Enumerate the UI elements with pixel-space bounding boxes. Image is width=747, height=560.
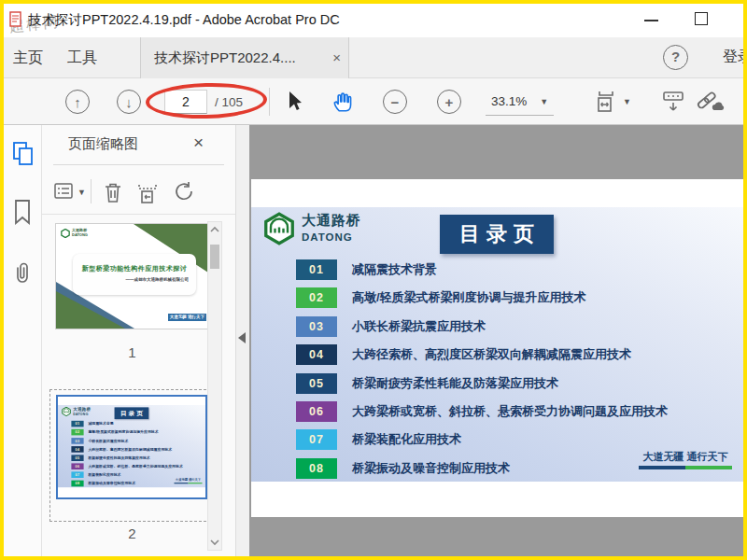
panel-close-icon[interactable]: × [193, 133, 204, 153]
plus-icon: + [437, 90, 461, 114]
minimize-button[interactable] [644, 20, 658, 21]
datong-logo-icon [62, 407, 72, 417]
toc-item: 08桥梁振动及噪音控制应用技术 [71, 481, 182, 487]
toc-item-number: 03 [296, 316, 337, 337]
previous-page-button[interactable]: ↑ [65, 78, 90, 125]
toc-item-number: 04 [296, 344, 337, 365]
scroll-up-icon [210, 226, 219, 233]
thumbnail-2-preview-slot: 大通路桥 DATONG 目录页 01减隔震技术背景 02高墩/轻质梁式桥梁刚度协… [56, 395, 207, 499]
thumbnail-scrollbar[interactable] [207, 221, 222, 551]
maximize-button[interactable] [695, 12, 708, 25]
panel-toolbar-separator [91, 179, 92, 203]
tab-tools[interactable]: 工具 [58, 37, 106, 78]
delete-page-button[interactable] [102, 181, 124, 209]
bookmarks-panel-button[interactable] [11, 198, 34, 230]
toc-item: 01减隔震技术背景 [71, 421, 182, 427]
hand-tool-button[interactable] [331, 78, 355, 125]
toc-item: 07桥梁装配化应用技术 [71, 472, 182, 479]
extract-pages-button[interactable] [135, 181, 162, 209]
thumbnail-2-label: 2 [55, 525, 209, 541]
toolbar-panel-icon [661, 89, 685, 115]
select-tool-button[interactable] [286, 78, 304, 125]
toc-item-number: 06 [296, 401, 337, 422]
logo-sub: DATONG [73, 413, 88, 416]
logo-name: 大通路桥 [73, 407, 91, 412]
scrollbar-thumb[interactable] [210, 245, 219, 269]
extract-pages-icon [135, 181, 162, 205]
toc-item-text: 小联长桥梁抗震应用技术 [352, 318, 486, 335]
toc-item-number: 01 [296, 259, 337, 280]
toc-item: 02高墩/轻质梁式桥梁刚度协调与提升应用技术 [296, 287, 668, 308]
body-row: 页面缩略图 × ▼ [4, 125, 743, 556]
toc-item-number: 05 [71, 455, 83, 461]
slide-background-band: 大通路桥 DATONG 目录页 01减隔震技术背景 02高墩/轻质梁式桥梁刚度协… [58, 405, 207, 487]
attachments-panel-button[interactable] [11, 261, 34, 291]
document-viewport[interactable]: 大通路桥 DATONG 目录页 01减隔震技术背景 02高墩/轻质梁式桥梁刚度协… [249, 125, 743, 556]
zoom-in-button[interactable]: + [437, 78, 461, 125]
slide-title: 目录页 [115, 407, 149, 419]
zoom-level-value: 33.1% [491, 94, 527, 108]
next-page-button[interactable]: ↓ [117, 78, 141, 125]
toc-item-text: 小联长桥梁抗震应用技术 [88, 439, 128, 443]
logo-name: 大通路桥 [302, 212, 361, 228]
tab-home[interactable]: 主页 [4, 37, 52, 78]
toc-item-text: 减隔震技术背景 [88, 421, 113, 426]
slogan-underline [639, 466, 732, 469]
toc-item-text: 大跨径索桥、高烈度区桥梁双向解耦减隔震应用技术 [88, 447, 172, 452]
title-slide-heading: 新型桥梁功能性构件应用技术探讨 [73, 264, 196, 273]
collapse-panel-icon[interactable] [238, 332, 246, 343]
tab-document[interactable]: 技术探讨PPT2022.4.... × [140, 37, 349, 78]
options-list-icon [53, 181, 76, 202]
toc-item: 02高墩/轻质梁式桥梁刚度协调与提升应用技术 [71, 429, 182, 436]
zoom-level-dropdown[interactable]: 33.1%▼ [486, 78, 554, 125]
toc-item: 06大跨梁桥或宽桥、斜拉桥、悬索桥受力协调问题及应用技术 [296, 401, 668, 422]
thumbnail-options-button[interactable] [53, 181, 76, 205]
rotate-page-button[interactable] [173, 181, 195, 209]
slide-background-band: 大通路桥 DATONG 目录页 01减隔震技术背景 02高墩/轻质梁式桥梁刚度协… [251, 207, 743, 482]
datong-logo-icon [61, 229, 70, 238]
toc-item-number: 08 [71, 481, 83, 487]
slide-title: 目录页 [440, 215, 554, 254]
thumbnail-page-2-selected[interactable]: 大通路桥 DATONG 目录页 01减隔震技术背景 02高墩/轻质梁式桥梁刚度协… [49, 389, 216, 522]
chevron-down-icon: ▼ [540, 97, 548, 106]
toc-item-number: 03 [71, 438, 83, 444]
tab-bar: 主页 工具 技术探讨PPT2022.4.... × ? 登录 [4, 37, 743, 78]
share-link-button[interactable] [695, 78, 725, 125]
panel-divider [53, 164, 224, 165]
panel-toolbar: ▼ [42, 174, 235, 215]
thumbnail-page-1[interactable]: 大通路桥DATONG 新型桥梁功能性构件应用技术探讨 ——成都市大通路桥机械有限… [55, 223, 209, 329]
datong-logo: 大通路桥 DATONG [262, 212, 361, 245]
sign-in-link[interactable]: 登录 [723, 48, 747, 67]
toc-item: 01减隔震技术背景 [296, 259, 668, 280]
show-tools-button[interactable] [661, 78, 685, 125]
tab-close-icon[interactable]: × [332, 37, 341, 78]
help-icon[interactable]: ? [663, 45, 688, 70]
toc-item-text: 高墩/轻质梁式桥梁刚度协调与提升应用技术 [352, 289, 586, 306]
zoom-out-button[interactable]: − [383, 78, 407, 125]
chevron-down-icon[interactable]: ▼ [78, 188, 86, 197]
toc-item-text: 桥梁装配化应用技术 [352, 431, 461, 448]
page-thumbnails-panel-button[interactable] [11, 140, 35, 172]
pdf-file-icon [9, 11, 22, 31]
thumbnail-1-preview: 大通路桥DATONG 新型桥梁功能性构件应用技术探讨 ——成都市大通路桥机械有限… [56, 224, 208, 329]
toc-item-text: 大跨梁桥或宽桥、斜拉桥、悬索桥受力协调问题及应用技术 [352, 403, 668, 420]
toc-item: 06大跨梁桥或宽桥、斜拉桥、悬索桥受力协调问题及应用技术 [71, 463, 182, 469]
arrow-down-icon: ↓ [117, 90, 141, 114]
page-number-input[interactable]: 2 [164, 78, 207, 125]
fit-width-button[interactable]: ▼ [594, 78, 631, 125]
toc-item-text: 桥梁装配化应用技术 [88, 472, 120, 477]
toc-item-text: 大跨梁桥或宽桥、斜拉桥、悬索桥受力协调问题及应用技术 [88, 464, 182, 469]
trash-icon [102, 181, 124, 205]
toc-item-text: 减隔震技术背景 [352, 261, 437, 278]
link-cloud-icon [695, 90, 725, 114]
page-thumbnails-panel: 页面缩略图 × ▼ [42, 125, 236, 556]
toc-item: 05桥梁耐疲劳柔性耗能及防落梁应用技术 [296, 373, 668, 394]
toc-item: 07桥梁装配化应用技术 [296, 429, 668, 450]
tab-document-label: 技术探讨PPT2022.4.... [154, 49, 296, 65]
toc-item: 03小联长桥梁抗震应用技术 [296, 316, 668, 337]
toc-item-number: 08 [296, 458, 337, 479]
toc-item: 04大跨径索桥、高烈度区桥梁双向解耦减隔震应用技术 [296, 344, 668, 365]
page-count-label: / 105 [215, 78, 243, 125]
toc-item-text: 桥梁耐疲劳柔性耗能及防落梁应用技术 [88, 455, 149, 460]
cursor-arrow-icon [286, 91, 304, 113]
